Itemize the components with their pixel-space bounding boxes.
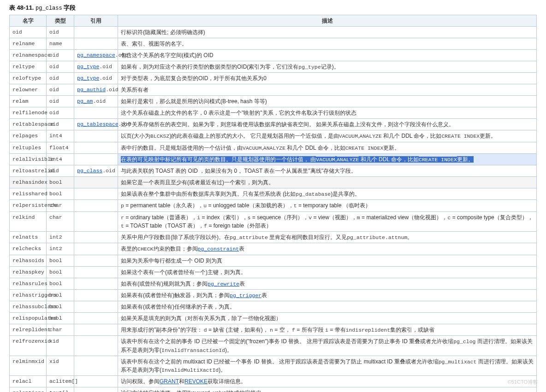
cell-name: relreplident [10,324,47,336]
ref-link[interactable]: pg_type [77,64,99,70]
ref-link[interactable]: pg_authid [77,87,106,93]
cell-ref [74,255,118,266]
cell-desc: 关系所有者 [118,84,537,96]
cell-name: relpersistence [10,200,47,211]
cell-desc: 表、索引、视图等的名字。 [118,38,537,50]
cell-name: relispopulated [10,313,47,324]
cell-name: relowner [10,84,47,96]
cell-name: relam [10,96,47,107]
cell-name: relisshared [10,188,47,200]
ref-link[interactable]: pg_namespace [77,52,115,58]
watermark: ©51CTO博客 [508,379,538,386]
table-row: relowneroidpg_authid.oid关系所有者 [10,84,537,96]
link-GRANT[interactable]: GRANT [160,378,179,385]
cell-desc: 表中行的数目。只是规划器使用的一个估计值，由VACUUM,ANALYZE 和几个… [118,142,537,153]
title-suffix: 字段 [62,4,76,11]
table-row: relhassubclassbool如果表有(或者曾经有)任何继承的子表，为真。 [10,301,537,313]
cell-name: relhasoids [10,255,47,266]
cell-desc: 该表中所有在这个之前的事务 ID 已经被一个固定的("frozen")事务 ID… [118,336,537,356]
cell-name: oid [10,27,47,38]
cell-type: int2 [47,232,74,243]
table-row: relpagesint4以页(大小为BLCKSZ)的此表在磁盘上的形式的大小。 … [10,130,537,142]
cell-type: bool [47,188,74,200]
cell-ref [74,107,118,119]
ref-link[interactable]: pg_type [77,75,99,81]
cell-ref [74,278,118,289]
cell-desc: 用来形成行的"副本身份"的字段： d = 缺省 (主键，如果有)， n = 空，… [118,324,537,336]
table-row: relpersistencecharp = permanent table（永久… [10,200,537,211]
cell-name: relpages [10,130,47,142]
table-row: relhastriggersbool如果表有(或者曾经有)触发器，则为真；参阅p… [10,289,537,301]
table-row: relhasoidsbool如果为关系中每行都生成一个 OID 则为真 [10,255,537,266]
cell-desc: 如表有(或曾经有)规则就为真；参阅pg_rewrite表 [118,278,537,289]
table-row: relreplidentchar用来形成行的"副本身份"的字段： d = 缺省 … [10,324,537,336]
cell-name: reloftype [10,73,47,84]
cell-desc: 如果这个表有一个(或者曾经有一个)主键，则为真。 [118,266,537,278]
ref-link[interactable]: pg_class [77,168,102,174]
cell-desc: 如果该表在整个集群中由所有数据库共享则为真。只有某些系统表 (比如pg_data… [118,188,537,200]
cell-type: bool [47,278,74,289]
cell-desc: 以页(大小为BLCKSZ)的此表在磁盘上的形式的大小。 它只是规划器用的一个近似… [118,130,537,142]
cell-ref: pg_tablespace.oid [74,119,118,130]
cell-ref [74,211,118,232]
cell-ref [74,142,118,153]
table-row: relnamespaceoidpg_namespace.oid包含这个关系的名字… [10,50,537,61]
cell-ref [74,324,118,336]
cell-type: int2 [47,243,74,255]
table-row: relkindcharr = ordinary table（普通表），i = i… [10,211,537,232]
cell-desc: 在表的可见映射中标记所有可见的页的数目。只是规划器使用的一个估计值， 由VACU… [118,153,537,165]
cell-type: text[] [47,387,74,392]
table-row: relhaspkeybool如果这个表有一个(或者曾经有一个)主键，则为真。 [10,266,537,278]
table-row: relminmxidxid该表中所有在这个之前的 multixact ID 已经… [10,356,537,376]
cell-type: bool [47,289,74,301]
cell-type: bool [47,266,74,278]
ref-link[interactable]: pg_am [77,98,93,104]
cell-name: relhassubclass [10,301,47,313]
cell-ref [74,188,118,200]
cell-ref [74,376,118,387]
cell-desc: 如果为关系中每行都生成一个 OID 则为真 [118,255,537,266]
cell-desc: p = permanent table（永久表），u = unlogged ta… [118,200,537,211]
table-row: reltuplesfloat4表中行的数目。只是规划器使用的一个估计值，由VAC… [10,142,537,153]
table-row: relfrozenxidxid该表中所有在这个之前的事务 ID 已经被一个固定的… [10,336,537,356]
cell-type: char [47,324,74,336]
cell-desc: 如果有，则为对应这个表的行类型的数据类型的OID(索引为零，它们没有pg_typ… [118,61,537,73]
cell-ref [74,232,118,243]
cell-type: xid [47,356,74,376]
link-REVOKE[interactable]: REVOKE [184,378,208,385]
cell-name: relallvisible [10,153,47,165]
cell-desc: 该表中所有在这个之前的 multixact ID 已经被一个事务 ID 替换。 … [118,356,537,376]
table-row: relaclaclitem[]访问权限。参阅GRANT和REVOKE获取详细信息… [10,376,537,387]
col-header-ref: 引用 [74,15,118,27]
table-row: relhasindexbool如果它是一个表而且至少有(或者最近有过)一个索引，… [10,177,537,188]
table-row: reloftypeoidpg_type.oid对于类型表，为底层复合类型的OID… [10,73,537,84]
cell-type: char [47,211,74,232]
cell-type: int4 [47,130,74,142]
cell-ref: pg_authid.oid [74,84,118,96]
cell-ref [74,38,118,50]
cell-type: aclitem[] [47,376,74,387]
cell-name: relfrozenxid [10,336,47,356]
cell-name: relnamespace [10,50,47,61]
cell-desc: 这个关系存储所在的表空间。如果为零，则意味着使用该数据库的缺省表空间。 如果关系… [118,119,537,130]
cell-ref [74,336,118,356]
table-row: relfilenodeoid这个关系在磁盘上的文件的名字，0 表示这是一个"映射… [10,107,537,119]
cell-ref [74,301,118,313]
ref-link[interactable]: pg_tablespace [77,121,119,127]
cell-name: reltype [10,61,47,73]
cell-type: oid [47,84,74,96]
cell-ref: pg_type.oid [74,61,118,73]
cell-type: oid [47,27,74,38]
col-header-type: 类型 [47,15,74,27]
cell-desc: 如果表有(或者曾经有)任何继承的子表，为真。 [118,301,537,313]
cell-desc: 包含这个关系的名字空间(模式)的 OID [118,50,537,61]
cell-desc: 访问权限。参阅GRANT和REVOKE获取详细信息。 [118,376,537,387]
cell-type: bool [47,313,74,324]
link-pg_rewrite[interactable]: pg_rewrite [208,281,239,287]
cell-ref: pg_class.oid [74,165,118,177]
cell-desc: 表里的CHECK约束的数目；参阅pg_constraint表 [118,243,537,255]
cell-name: relminmxid [10,356,47,376]
link-pg_constraint[interactable]: pg_constraint [198,246,239,252]
cell-type: oid [47,165,74,177]
link-pg_trigger[interactable]: pg_trigger [230,293,261,298]
